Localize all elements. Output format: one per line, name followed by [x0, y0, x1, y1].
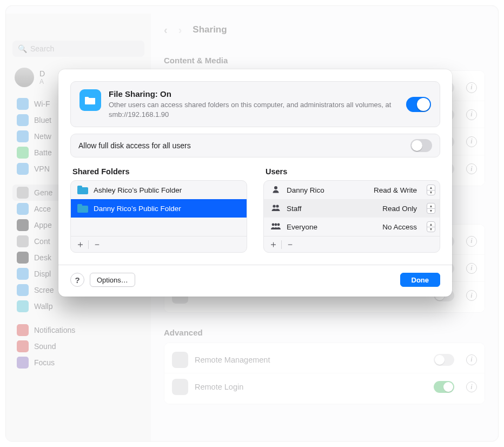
svg-point-5 — [277, 223, 280, 226]
shared-folder-item[interactable]: Ashley Rico’s Public Folder — [71, 181, 247, 199]
remove-folder-button[interactable]: － — [89, 236, 105, 253]
done-button[interactable]: Done — [400, 273, 441, 287]
file-sharing-header-card: File Sharing: On Other users can access … — [70, 81, 440, 127]
users-list: Danny RicoRead & Write▲▼StaffRead Only▲▼… — [263, 180, 440, 253]
svg-point-4 — [275, 223, 277, 226]
shared-folders-heading: Shared Folders — [72, 167, 247, 176]
shared-folder-label: Ashley Rico’s Public Folder — [94, 186, 182, 194]
help-button[interactable]: ? — [70, 273, 84, 287]
file-sharing-toggle[interactable] — [406, 97, 431, 112]
group-icon — [270, 222, 281, 232]
permission-stepper[interactable]: ▲▼ — [427, 203, 435, 214]
user-row[interactable]: StaffRead Only▲▼ — [264, 199, 440, 218]
permission-stepper[interactable]: ▲▼ — [427, 221, 435, 232]
svg-point-1 — [273, 205, 275, 207]
user-row[interactable]: Danny RicoRead & Write▲▼ — [264, 181, 440, 199]
full-disk-access-toggle[interactable] — [410, 139, 432, 152]
add-folder-button[interactable]: ＋ — [72, 236, 88, 253]
full-disk-access-row: Allow full disk access for all users — [70, 134, 440, 157]
svg-point-3 — [272, 223, 275, 226]
users-heading: Users — [266, 167, 440, 176]
user-name: Staff — [287, 205, 302, 213]
svg-point-0 — [274, 186, 277, 189]
shared-folders-list: Ashley Rico’s Public FolderDanny Rico’s … — [70, 180, 247, 253]
file-sharing-title: File Sharing: On — [109, 89, 399, 98]
shared-folder-label: Danny Rico’s Public Folder — [94, 205, 181, 213]
permission-label: No Access — [382, 223, 417, 231]
folder-icon — [77, 204, 88, 213]
full-disk-access-label: Allow full disk access for all users — [78, 141, 191, 150]
group-icon — [270, 204, 281, 213]
person-icon — [270, 186, 281, 195]
folder-icon — [77, 186, 88, 194]
user-row[interactable]: EveryoneNo Access▲▼ — [264, 218, 440, 236]
svg-point-2 — [276, 205, 278, 207]
add-user-button[interactable]: ＋ — [265, 236, 281, 253]
permission-label: Read & Write — [374, 186, 417, 194]
file-sharing-subtitle: Other users can access shared folders on… — [109, 100, 399, 119]
file-sharing-icon — [79, 89, 101, 111]
file-sharing-sheet: File Sharing: On Other users can access … — [58, 69, 452, 297]
user-name: Danny Rico — [287, 186, 324, 194]
permission-label: Read Only — [382, 205, 417, 213]
remove-user-button[interactable]: － — [282, 236, 298, 253]
permission-stepper[interactable]: ▲▼ — [427, 185, 435, 195]
user-name: Everyone — [287, 223, 317, 231]
options-button[interactable]: Options… — [90, 273, 135, 287]
shared-folder-item[interactable]: Danny Rico’s Public Folder — [71, 199, 247, 218]
